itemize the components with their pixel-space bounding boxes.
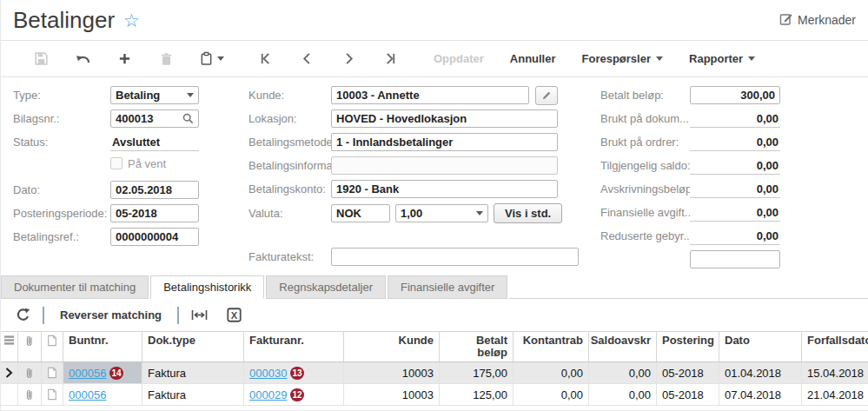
- attachment-icon[interactable]: [18, 384, 42, 405]
- col-header-doktype[interactable]: Dok.type: [142, 332, 244, 361]
- attachment-column-header[interactable]: [18, 332, 42, 361]
- type-select[interactable]: Betaling: [110, 86, 199, 104]
- fakturatekst-input[interactable]: [331, 248, 579, 266]
- notes-button[interactable]: Merknader: [779, 12, 856, 29]
- valuta-currency-input[interactable]: NOK: [331, 204, 390, 222]
- svg-text:X: X: [230, 310, 237, 321]
- betalingsref-input[interactable]: 0000000004: [110, 228, 199, 246]
- cell-forfallsdato: 21.04.2018: [802, 384, 868, 405]
- lokasjon-input[interactable]: HOVED - Hovedlokasjon: [331, 109, 558, 128]
- tab-dokumenter-til-matching[interactable]: Dokumenter til matching: [1, 275, 149, 299]
- row-selector: [1, 384, 18, 405]
- detail-tabs: Dokumenter til matching Betalingshistori…: [1, 275, 868, 299]
- notes-label: Merknader: [798, 13, 856, 27]
- tab-finansielle-avgifter[interactable]: Finansielle avgifter: [388, 275, 507, 299]
- cell-kunde: 10003: [344, 362, 440, 383]
- status-value: Avsluttet: [110, 133, 199, 151]
- attachment-icon[interactable]: [18, 362, 42, 383]
- fit-width-icon[interactable]: [184, 303, 214, 328]
- col-header-dato[interactable]: Dato: [719, 332, 802, 361]
- rapporter-menu[interactable]: Rapporter: [689, 52, 755, 65]
- betalingsmetode-input[interactable]: 1 - Innlandsbetalinger: [331, 133, 558, 151]
- note-icon[interactable]: [42, 384, 63, 405]
- go-previous-button[interactable]: [286, 46, 328, 72]
- col-header-kunde[interactable]: Kunde: [344, 332, 440, 361]
- col-header-postering[interactable]: Postering: [657, 332, 719, 361]
- row-selector-icon: [1, 362, 18, 383]
- betalt-belop-value: 300,00: [740, 89, 775, 102]
- go-last-button[interactable]: [369, 46, 411, 72]
- fakturanr-link[interactable]: 000030: [249, 367, 287, 380]
- rapporter-caret-icon: [748, 56, 755, 61]
- cell-saldoavskr: 0,00: [589, 362, 657, 383]
- type-label: Type:: [13, 89, 110, 102]
- betalingsmetode-label: Betalingsmetode:: [248, 136, 331, 149]
- betalingskonto-value: 1920 - Bank: [336, 182, 399, 196]
- table-row[interactable]: 000056 Faktura 000029 12 10003 125,00 0,…: [1, 384, 868, 406]
- buntnr-link[interactable]: 000056: [69, 367, 106, 380]
- betalingsmetode-value: 1 - Innlandsbetalinger: [336, 136, 453, 149]
- payment-summary-form: Type: Betaling Bilagsnr.: 400013 Status:…: [1, 77, 868, 275]
- reduserte-gebyrer-value: 0,00: [690, 227, 780, 245]
- foresporsler-label: Forespørsler: [582, 52, 651, 65]
- kunde-edit-button[interactable]: [535, 86, 558, 105]
- col-header-saldoavskr[interactable]: Saldoavskr: [589, 332, 657, 361]
- insert-button[interactable]: [103, 46, 145, 72]
- cell-kontantrab: 0,00: [514, 384, 589, 405]
- refresh-button[interactable]: [8, 303, 37, 328]
- betalingskonto-input[interactable]: 1920 - Bank: [331, 180, 558, 198]
- kunde-input[interactable]: 10003 - Annette: [331, 86, 529, 104]
- payment-history-grid: Buntnr. Dok.type Fakturanr. Kunde Betalt…: [1, 332, 868, 406]
- notes-icon: [779, 12, 793, 29]
- empty-amount-input[interactable]: [690, 250, 780, 268]
- vis-i-std-button[interactable]: Vis i std.: [494, 203, 562, 223]
- note-column-header[interactable]: [42, 332, 63, 361]
- cell-kontantrab: 0,00: [514, 362, 589, 383]
- tab-regnskapsdetaljer[interactable]: Regnskapsdetaljer: [266, 275, 386, 299]
- grid-settings-icon[interactable]: [1, 332, 18, 361]
- tilgjengelig-saldo-label: Tilgjengelig saldo:: [600, 159, 690, 172]
- fakturanr-link[interactable]: 000029: [249, 388, 287, 401]
- valuta-rate-value: 1,00: [401, 207, 422, 220]
- col-header-forfallsdato[interactable]: Forfallsdato: [802, 332, 868, 361]
- undo-button[interactable]: [62, 46, 103, 72]
- form-column-left: Type: Betaling Bilagsnr.: 400013 Status:…: [13, 86, 239, 251]
- cell-fakturanr: 000030 13: [244, 362, 344, 383]
- export-excel-button[interactable]: X: [219, 303, 248, 328]
- copy-paste-button[interactable]: [187, 46, 237, 72]
- cell-postering: 05-2018: [657, 362, 719, 383]
- posteringsperiode-label: Posteringsperiode:: [13, 207, 110, 220]
- annuller-button[interactable]: Annuller: [510, 52, 556, 65]
- bilagsnr-input[interactable]: 400013: [110, 109, 199, 128]
- betalt-belop-input[interactable]: 300,00: [690, 86, 780, 104]
- reverser-matching-button[interactable]: Reverser matching: [60, 308, 162, 322]
- table-row[interactable]: 000056 14 Faktura 000030 13 10003 175,00…: [1, 362, 868, 384]
- count-badge: 12: [290, 388, 303, 401]
- cell-betalt-belop: 175,00: [440, 362, 514, 383]
- note-icon[interactable]: [42, 362, 63, 383]
- col-header-buntnr[interactable]: Buntnr.: [63, 332, 142, 361]
- go-first-button[interactable]: [244, 46, 286, 72]
- col-header-betalt-belop[interactable]: Betalt beløp: [440, 332, 514, 361]
- lokasjon-label: Lokasjon:: [248, 112, 331, 125]
- valuta-rate-caret-icon: [476, 211, 483, 215]
- col-header-kontantrab[interactable]: Kontantrab: [514, 332, 589, 361]
- foresporsler-menu[interactable]: Forespørsler: [582, 52, 663, 65]
- cell-kunde: 10003: [344, 384, 440, 405]
- favorite-star-icon[interactable]: ☆: [123, 10, 140, 31]
- go-next-button[interactable]: [328, 46, 369, 72]
- cell-dato: 07.04.2018: [719, 384, 802, 405]
- grid-toolbar: Reverser matching X: [1, 299, 868, 332]
- col-header-fakturanr[interactable]: Fakturanr.: [244, 332, 344, 361]
- avskrivningsbelop-label: Avskrivningsbeløp:: [600, 182, 690, 196]
- record-navigation: [244, 46, 411, 72]
- cell-postering: 05-2018: [657, 384, 719, 405]
- search-icon[interactable]: [182, 113, 194, 124]
- bilagsnr-label: Bilagsnr.:: [13, 112, 110, 125]
- tab-betalingshistorikk[interactable]: Betalingshistorikk: [150, 275, 264, 299]
- posteringsperiode-input[interactable]: 05-2018: [110, 204, 199, 222]
- valuta-rate-select[interactable]: 1,00: [395, 204, 488, 222]
- buntnr-link[interactable]: 000056: [69, 388, 106, 401]
- dato-input[interactable]: 02.05.2018: [110, 181, 199, 199]
- foresporsler-caret-icon: [656, 56, 663, 61]
